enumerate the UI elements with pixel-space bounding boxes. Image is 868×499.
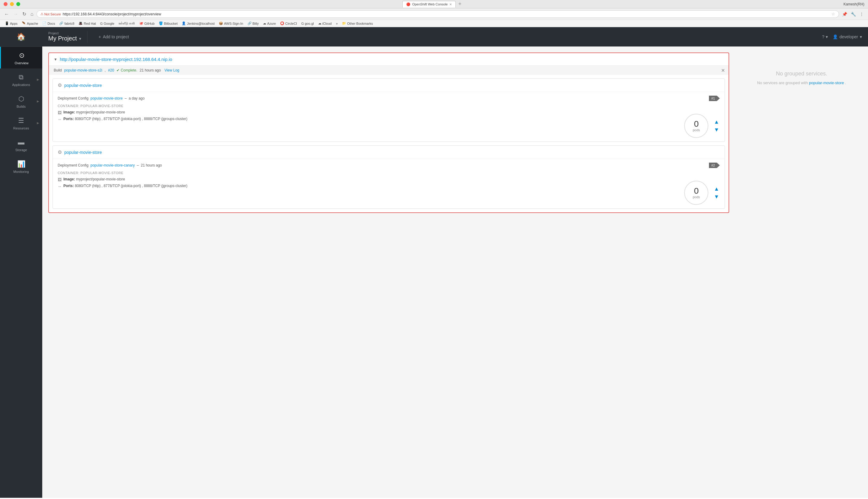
tab-close-icon[interactable]: ✕ xyxy=(449,3,452,6)
bm-bitbucket[interactable]: 🪣 Bitbucket xyxy=(157,21,179,26)
no-grouped-text: No services are grouped with popular-mov… xyxy=(741,81,862,85)
bm-icloud[interactable]: ☁ iCloud xyxy=(316,21,334,26)
home-nav-button[interactable]: ⌂ xyxy=(29,11,35,17)
sidebar-item-resources[interactable]: ☰ Resources ▶ xyxy=(0,112,42,134)
pods-controls-1: ▲ ▼ xyxy=(713,119,720,133)
bm-other[interactable]: 📁 Other Bookmarks xyxy=(340,21,375,26)
no-grouped-services: No grouped services. No services are gro… xyxy=(741,71,862,85)
pods-decrease-button-2[interactable]: ▼ xyxy=(713,193,720,200)
dc-link-2[interactable]: popular-movie-store-canary xyxy=(91,163,135,168)
container-label-1: CONTAINER: POPULAR-MOVIE-STORE xyxy=(58,104,720,108)
bm-apps[interactable]: 📱 Apps xyxy=(3,21,19,26)
bm-tamil[interactable]: உள்ளீடு கஶி xyxy=(117,21,137,26)
pods-count-2: 0 xyxy=(694,187,699,195)
main-area: Project My Project ▾ + Add to project ? … xyxy=(42,27,868,498)
bm-more[interactable]: » xyxy=(334,21,339,26)
bm-github[interactable]: 🐙 GitHub xyxy=(137,21,156,26)
star-icon[interactable]: ☆ xyxy=(831,12,835,16)
pods-count-1: 0 xyxy=(694,120,699,128)
new-tab-icon[interactable]: + xyxy=(458,1,461,7)
project-name: My Project xyxy=(48,35,77,42)
deployment-header-1: ⚙ popular-movie-store xyxy=(53,79,725,92)
project-dropdown-button[interactable]: ▾ xyxy=(79,36,81,41)
build-close-button[interactable]: ✕ xyxy=(721,68,725,73)
deployment-name-link-1[interactable]: popular-movie-store xyxy=(64,83,102,88)
sidebar-item-applications[interactable]: ⧉ Applications ▶ xyxy=(0,69,42,90)
pods-increase-button-1[interactable]: ▲ xyxy=(713,119,720,125)
url-route-link[interactable]: http://popular-movie-store-myproject.192… xyxy=(60,57,172,62)
image-row-1: 🖼 Image: myproject/popular-movie-store xyxy=(58,110,684,115)
minimize-button[interactable] xyxy=(10,2,14,6)
refresh-button[interactable]: ↻ xyxy=(21,11,27,17)
pods-container-2: 0 pods ▲ ▼ xyxy=(684,181,720,205)
view-log-link[interactable]: View Log xyxy=(165,68,179,72)
dc-link-1[interactable]: popular-movie-store xyxy=(91,96,123,100)
bm-docs[interactable]: 📄 Docs xyxy=(40,21,57,26)
bm-jenkins[interactable]: 👤 Jenkins@localhost xyxy=(180,21,216,26)
maximize-button[interactable] xyxy=(16,2,20,6)
bm-google[interactable]: G Google xyxy=(98,21,116,26)
sidebar-home[interactable]: 🏠 xyxy=(0,27,42,47)
deployment-body-2: Deployment Config popular-movie-store-ca… xyxy=(53,159,725,208)
sidebar-item-overview[interactable]: ⊙ Overview xyxy=(0,47,42,69)
header-right: ? ▾ 👤 developer ▾ xyxy=(822,34,862,39)
pods-increase-button-2[interactable]: ▲ xyxy=(713,185,720,192)
menu-icon[interactable]: ⋮ xyxy=(858,11,865,17)
bm-bitly[interactable]: 🔗 Bitly xyxy=(246,21,261,26)
deployment-header-2: ⚙ popular-movie-store xyxy=(53,146,725,159)
browser-tab[interactable]: 🔴 OpenShift Web Console ✕ xyxy=(402,1,456,8)
bm-aws[interactable]: 📦 AWS-Sign-In xyxy=(217,21,245,26)
url-header: ▼ http://popular-movie-store-myproject.1… xyxy=(49,53,728,65)
sidebar-item-builds[interactable]: ⬡ Builds ▶ xyxy=(0,90,42,112)
bm-apache[interactable]: 🪶 Apache xyxy=(20,21,40,26)
project-name-container: My Project ▾ xyxy=(48,35,81,42)
developer-dropdown-icon: ▾ xyxy=(860,34,862,39)
pods-label-2: pods xyxy=(692,195,700,199)
bm-fabric8[interactable]: 🔗 fabric8 xyxy=(57,21,76,26)
header-divider xyxy=(87,31,87,43)
developer-button[interactable]: 👤 developer ▾ xyxy=(833,34,862,39)
checkmark-icon: ✔ xyxy=(117,68,120,72)
bookmark-icon[interactable]: 📌 xyxy=(841,11,848,17)
build-number-link[interactable]: #20 xyxy=(108,68,114,72)
content-area: ▼ http://popular-movie-store-myproject.1… xyxy=(42,47,868,498)
user-icon: 👤 xyxy=(833,34,838,39)
build-name-link[interactable]: popular-movie-store-s2i xyxy=(64,68,102,72)
url-chevron-icon[interactable]: ▼ xyxy=(54,57,57,62)
sidebar-item-storage[interactable]: ▬ Storage xyxy=(0,134,42,155)
bm-circleci[interactable]: ⭕ CircleCI xyxy=(278,21,299,26)
url-display: https://192.168.64.4:8443/console/projec… xyxy=(63,12,161,16)
pods-decrease-button-1[interactable]: ▼ xyxy=(713,126,720,133)
bm-redhat[interactable]: 🎩 Red Hat xyxy=(77,21,97,26)
ports-icon-1: ↔ xyxy=(58,117,62,122)
deployment-name-link-2[interactable]: popular-movie-store xyxy=(64,150,102,155)
help-button[interactable]: ? ▾ xyxy=(822,34,828,39)
back-button[interactable]: ← xyxy=(3,11,10,17)
deployment-config-row-1: Deployment Config popular-movie-store – … xyxy=(58,96,720,101)
monitoring-icon: 📊 xyxy=(17,160,25,168)
extensions-icon[interactable]: 🔧 xyxy=(849,11,857,17)
main-header: Project My Project ▾ + Add to project ? … xyxy=(42,27,868,47)
home-icon: 🏠 xyxy=(16,33,26,41)
sidebar-item-monitoring[interactable]: 📊 Monitoring xyxy=(0,155,42,177)
ports-icon-2: ↔ xyxy=(58,184,62,188)
container-info-2: 🖼 Image: myproject/popular-movie-store ↔… xyxy=(58,177,684,190)
tab-label: OpenShift Web Console xyxy=(412,2,448,6)
deployment-badge-1: #1 xyxy=(709,96,720,101)
no-grouped-link[interactable]: popular-movie-store xyxy=(809,81,844,85)
forward-button[interactable]: → xyxy=(12,11,19,17)
add-to-project-button[interactable]: + Add to project xyxy=(94,32,134,41)
build-time: 21 hours ago xyxy=(140,68,161,72)
deployment-card-2: ⚙ popular-movie-store Deployment Config … xyxy=(52,145,725,209)
bm-azure[interactable]: ☁ Azure xyxy=(261,21,278,26)
bookmarks-bar: 📱 Apps 🪶 Apache 📄 Docs 🔗 fabric8 🎩 Red H… xyxy=(0,20,868,27)
close-button[interactable] xyxy=(4,2,8,6)
resources-icon: ☰ xyxy=(18,117,24,125)
dc-label-1: Deployment Config popular-movie-store – … xyxy=(58,96,145,100)
sidebar: 🏠 ⊙ Overview ⧉ Applications ▶ ⬡ Builds ▶… xyxy=(0,27,42,498)
bm-googl[interactable]: G goo.gl xyxy=(299,21,316,26)
plus-icon: + xyxy=(98,34,101,39)
help-dropdown-icon: ▾ xyxy=(826,34,828,39)
address-bar[interactable]: ⚠ Not Secure https://192.168.64.4:8443/c… xyxy=(37,10,839,18)
url-card: ▼ http://popular-movie-store-myproject.1… xyxy=(48,52,729,213)
